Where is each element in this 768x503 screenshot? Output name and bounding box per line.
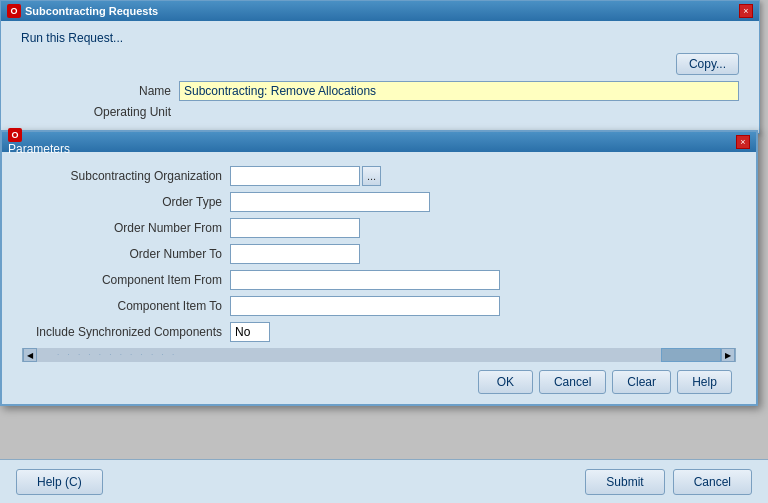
scrollbar-right-button[interactable]: ▶: [721, 348, 735, 362]
include-sync-row: Include Synchronized Components: [22, 322, 736, 342]
order-type-row: Order Type: [22, 192, 736, 212]
outer-window-title-group: O Subcontracting Requests: [7, 4, 158, 18]
subcontracting-org-label: Subcontracting Organization: [22, 169, 222, 183]
scrollbar-inner: · · · · · · · · · · · ·: [37, 348, 721, 362]
include-sync-input[interactable]: [230, 322, 270, 342]
operating-unit-label: Operating Unit: [21, 105, 171, 119]
name-input[interactable]: [179, 81, 739, 101]
order-type-input[interactable]: [230, 192, 430, 212]
include-sync-label: Include Synchronized Components: [22, 325, 222, 339]
ok-button[interactable]: OK: [478, 370, 533, 394]
subcontracting-org-row: Subcontracting Organization ...: [22, 166, 736, 186]
scrollbar-left-button[interactable]: ◀: [23, 348, 37, 362]
component-item-from-input[interactable]: [230, 270, 500, 290]
outer-window-close-button[interactable]: ×: [739, 4, 753, 18]
copy-btn-row: Copy...: [21, 53, 739, 75]
outer-window-title: Subcontracting Requests: [25, 5, 158, 17]
oracle-icon: O: [7, 4, 21, 18]
order-number-to-label: Order Number To: [22, 247, 222, 261]
bottom-cancel-button[interactable]: Cancel: [673, 469, 752, 495]
operating-unit-row: Operating Unit: [21, 105, 739, 119]
component-item-from-label: Component Item From: [22, 273, 222, 287]
horizontal-scrollbar[interactable]: ◀ · · · · · · · · · · · · ▶: [22, 348, 736, 362]
help-c-button[interactable]: Help (C): [16, 469, 103, 495]
subcontracting-org-input[interactable]: [230, 166, 360, 186]
order-number-to-input[interactable]: [230, 244, 360, 264]
component-item-to-row: Component Item To: [22, 296, 736, 316]
outer-window-titlebar: O Subcontracting Requests ×: [1, 1, 759, 21]
scrollbar-dots: · · · · · · · · · · · ·: [57, 350, 681, 359]
parameters-dialog: O Parameters × Subcontracting Organizati…: [0, 130, 758, 406]
params-body: Subcontracting Organization ... Order Ty…: [2, 152, 756, 404]
run-request-label: Run this Request...: [21, 31, 739, 45]
params-close-button[interactable]: ×: [736, 135, 750, 149]
dialog-buttons: OK Cancel Clear Help: [22, 370, 736, 394]
params-title: Parameters: [8, 142, 70, 156]
params-titlebar: O Parameters ×: [2, 132, 756, 152]
component-item-to-label: Component Item To: [22, 299, 222, 313]
order-number-from-input[interactable]: [230, 218, 360, 238]
name-row: Name: [21, 81, 739, 101]
component-item-from-row: Component Item From: [22, 270, 736, 290]
order-number-from-label: Order Number From: [22, 221, 222, 235]
order-number-from-row: Order Number From: [22, 218, 736, 238]
submit-button[interactable]: Submit: [585, 469, 664, 495]
copy-button[interactable]: Copy...: [676, 53, 739, 75]
cancel-button[interactable]: Cancel: [539, 370, 606, 394]
order-number-to-row: Order Number To: [22, 244, 736, 264]
order-type-label: Order Type: [22, 195, 222, 209]
name-label: Name: [21, 84, 171, 98]
clear-button[interactable]: Clear: [612, 370, 671, 394]
outer-window-body: Run this Request... Copy... Name Operati…: [1, 21, 759, 133]
scrollbar-track[interactable]: ◀ · · · · · · · · · · · · ▶: [22, 348, 736, 362]
params-oracle-icon: O: [8, 128, 22, 142]
subcontracting-org-browse-button[interactable]: ...: [362, 166, 381, 186]
help-button[interactable]: Help: [677, 370, 732, 394]
params-title-group: O Parameters: [8, 128, 70, 156]
bottom-bar: Help (C) Submit Cancel: [0, 459, 768, 503]
component-item-to-input[interactable]: [230, 296, 500, 316]
subcontracting-requests-window: O Subcontracting Requests × Run this Req…: [0, 0, 760, 134]
scrollbar-thumb[interactable]: [661, 348, 721, 362]
